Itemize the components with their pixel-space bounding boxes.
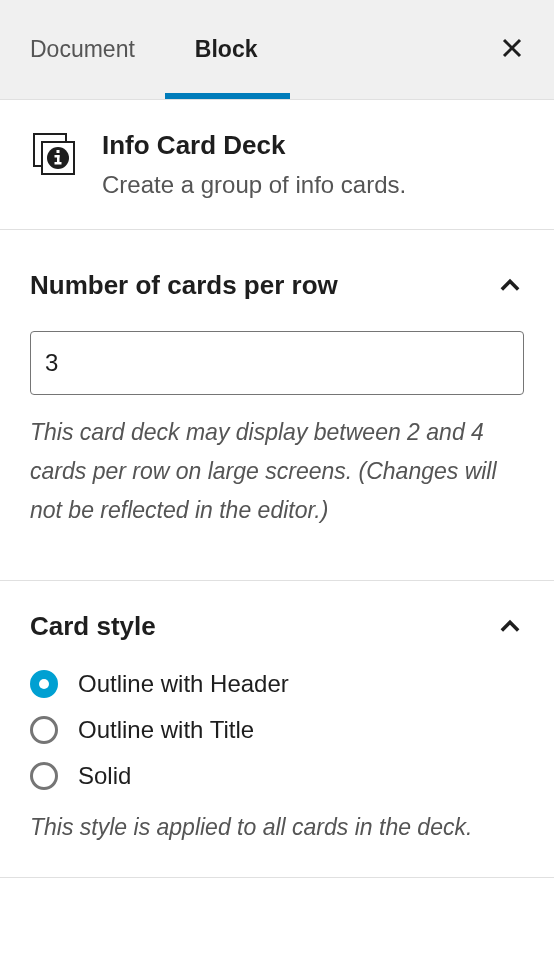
cards-per-row-help: This card deck may display between 2 and… bbox=[30, 413, 524, 530]
panel-cards-per-row: Number of cards per row This card deck m… bbox=[0, 230, 554, 581]
card-style-radio-group: Outline with Header Outline with Title S… bbox=[30, 670, 524, 790]
tabs-bar: Document Block bbox=[0, 0, 554, 100]
radio-outline-header[interactable]: Outline with Header bbox=[30, 670, 524, 698]
radio-outline-title-label: Outline with Title bbox=[78, 716, 254, 744]
panel-card-style-header[interactable]: Card style bbox=[30, 611, 524, 642]
tab-block-label: Block bbox=[195, 36, 258, 63]
svg-rect-5 bbox=[57, 150, 60, 153]
radio-outline-title[interactable]: Outline with Title bbox=[30, 716, 524, 744]
block-description: Create a group of info cards. bbox=[102, 171, 406, 199]
close-button[interactable] bbox=[500, 33, 524, 67]
block-title: Info Card Deck bbox=[102, 130, 406, 161]
tab-block[interactable]: Block bbox=[165, 0, 288, 99]
radio-solid-label: Solid bbox=[78, 762, 131, 790]
radio-circle-icon bbox=[30, 670, 58, 698]
svg-rect-8 bbox=[55, 162, 62, 165]
radio-circle-icon bbox=[30, 762, 58, 790]
radio-solid[interactable]: Solid bbox=[30, 762, 524, 790]
panel-card-style-title: Card style bbox=[30, 611, 156, 642]
cards-per-row-input[interactable] bbox=[30, 331, 524, 395]
panel-cards-per-row-title: Number of cards per row bbox=[30, 270, 338, 301]
radio-circle-icon bbox=[30, 716, 58, 744]
tab-document-label: Document bbox=[30, 36, 135, 63]
radio-outline-header-label: Outline with Header bbox=[78, 670, 289, 698]
close-icon bbox=[500, 36, 524, 60]
chevron-up-icon bbox=[496, 613, 524, 641]
info-card-deck-icon bbox=[30, 130, 78, 178]
card-style-help: This style is applied to all cards in th… bbox=[30, 808, 524, 847]
chevron-up-icon bbox=[496, 272, 524, 300]
panel-card-style: Card style Outline with Header Outline w… bbox=[0, 581, 554, 878]
svg-rect-7 bbox=[57, 155, 60, 163]
panel-cards-per-row-header[interactable]: Number of cards per row bbox=[30, 270, 524, 301]
tab-document[interactable]: Document bbox=[30, 0, 165, 99]
block-header: Info Card Deck Create a group of info ca… bbox=[0, 100, 554, 230]
block-header-text: Info Card Deck Create a group of info ca… bbox=[102, 130, 406, 199]
